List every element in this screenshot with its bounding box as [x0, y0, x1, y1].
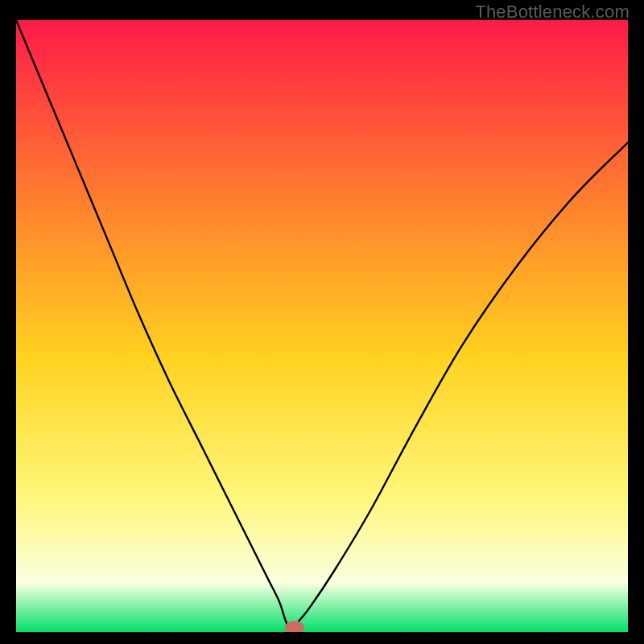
chart-svg: [16, 20, 628, 632]
gradient-background: [16, 20, 628, 632]
chart-frame: TheBottleneck.com: [0, 0, 644, 644]
plot-area: [16, 20, 628, 632]
watermark-text: TheBottleneck.com: [475, 2, 630, 23]
